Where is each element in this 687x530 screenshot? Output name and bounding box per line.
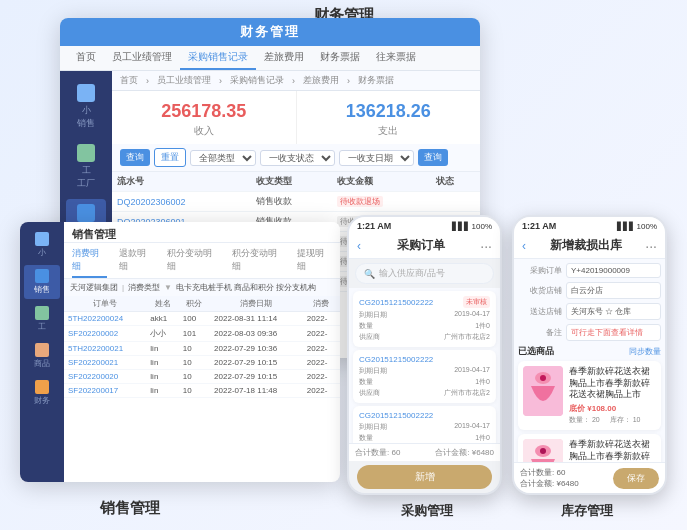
purchase-list-item[interactable]: CG20151215002222 到期日期 2019-04-17 数量 1件0 … bbox=[353, 406, 496, 443]
purchase-add-button[interactable]: 新增 bbox=[357, 465, 492, 489]
tab-points[interactable]: 积分变动明细 bbox=[167, 247, 220, 278]
more-icon[interactable]: ··· bbox=[645, 238, 657, 254]
tab-employee[interactable]: 员工业绩管理 bbox=[104, 46, 180, 70]
col-status: 状态 bbox=[431, 172, 480, 192]
tab-withdraw[interactable]: 提现明细 bbox=[297, 247, 332, 278]
store-row: 送达店铺 关河东号 ☆ 仓库 bbox=[518, 303, 661, 320]
expense-label: 支出 bbox=[305, 124, 473, 138]
sales-tabs: 消费明细 退款明细 积分变动明细 积分变动明细 提现明细 bbox=[64, 243, 340, 279]
col-id: 流水号 bbox=[112, 172, 251, 192]
finance-tabs[interactable]: 首页 员工业绩管理 采购销售记录 差旅费用 财务票据 往来票据 bbox=[60, 46, 480, 71]
purchase-nav: ‹ 采购订单 ··· bbox=[349, 233, 500, 259]
tab-consume[interactable]: 消费明细 bbox=[72, 247, 107, 278]
product-info-2: 春季新款碎花送衣裙胸品上市春季新款碎花送衣裙胸品上市 底价 ¥108.00 数量… bbox=[569, 439, 656, 462]
remark-row: 备注 可行走下面查看详情 bbox=[518, 324, 661, 341]
col-type: 收支类型 bbox=[251, 172, 332, 192]
sales-sidebar-goods[interactable]: 商品 bbox=[24, 339, 60, 373]
inventory-footer: 合计数量: 60 合计金额: ¥6480 保存 bbox=[514, 462, 665, 493]
save-button[interactable]: 保存 bbox=[613, 468, 659, 489]
sales-col-detail: 消费 bbox=[303, 296, 340, 312]
order-label: 采购订单 bbox=[518, 265, 562, 276]
svg-point-2 bbox=[540, 375, 546, 381]
purchase-list-item[interactable]: CG20151215002222 未审核 到期日期 2019-04-17 数量 … bbox=[353, 291, 496, 347]
warehouse-label: 收货店铺 bbox=[518, 285, 562, 296]
purchase-list: CG20151215002222 未审核 到期日期 2019-04-17 数量 … bbox=[349, 288, 500, 443]
purchase-footer: 合计数量: 60 合计金额: ¥6480 bbox=[349, 443, 500, 461]
sidebar-icon-factory[interactable]: 工工厂 bbox=[66, 139, 106, 195]
scene-wrapper: 财务管理 财务管理 首页 员工业绩管理 采购销售记录 差旅费用 财务票据 往来票… bbox=[0, 0, 687, 530]
inventory-title: 新增裁损出库 bbox=[532, 237, 639, 254]
tab-home[interactable]: 首页 bbox=[68, 46, 104, 70]
search-button[interactable]: 查询 bbox=[418, 149, 448, 166]
total-count: 合计数量: 60 bbox=[520, 467, 609, 478]
item-code: CG20151215002222 bbox=[359, 355, 433, 364]
products-header: 已选商品 同步数量 bbox=[518, 345, 661, 358]
sales-col-name: 姓名 bbox=[146, 296, 178, 312]
more-icon[interactable]: ··· bbox=[480, 238, 492, 254]
status-select[interactable]: 一收支状态 bbox=[260, 150, 335, 166]
query-button[interactable]: 查询 bbox=[120, 149, 150, 166]
product-card-1: 春季新款碎花送衣裙胸品上市春季新款碎花送衣裙胸品上市 底价 ¥108.00 数量… bbox=[518, 361, 661, 430]
desktop-app-title: 财务管理 bbox=[60, 18, 480, 46]
sales-table-row[interactable]: 5TH202200024 akk1 100 2022-08-31 11:14 2… bbox=[64, 312, 340, 326]
sales-col-qty: 积分 bbox=[179, 296, 210, 312]
warehouse-value[interactable]: 白云分店 bbox=[566, 282, 661, 299]
purchase-label: 采购管理 bbox=[401, 502, 453, 520]
sales-col-order: 订单号 bbox=[64, 296, 146, 312]
back-icon[interactable]: ‹ bbox=[522, 239, 526, 253]
product-card-2: 春季新款碎花送衣裙胸品上市春季新款碎花送衣裙胸品上市 底价 ¥108.00 数量… bbox=[518, 434, 661, 462]
sync-label[interactable]: 同步数量 bbox=[629, 346, 661, 357]
sales-main-area: 销售管理 消费明细 退款明细 积分变动明细 积分变动明细 提现明细 天河逻辑集团… bbox=[64, 222, 340, 482]
col-amount: 收支金额 bbox=[332, 172, 431, 192]
purchase-list-item[interactable]: CG20151215002222 到期日期 2019-04-17 数量 1件0 … bbox=[353, 350, 496, 403]
sales-table-row[interactable]: SF202200021 lin 10 2022-07-29 10:15 2022… bbox=[64, 356, 340, 370]
svg-point-5 bbox=[540, 448, 546, 454]
finance-metrics: 256178.35 收入 136218.26 支出 bbox=[112, 91, 480, 144]
order-value[interactable]: Y+42019000009 bbox=[566, 263, 661, 278]
inventory-phone-status: 1:21 AM ▋▋▋ 100% bbox=[514, 217, 665, 233]
finance-filter-bar: 查询 重置 全部类型 一收支状态 一收支日期 查询 bbox=[112, 144, 480, 172]
signal-icon: ▋▋▋ bbox=[452, 222, 470, 231]
reset-button[interactable]: 重置 bbox=[154, 148, 186, 167]
sales-sidebar-factory[interactable]: 工 bbox=[24, 302, 60, 336]
inventory-totals: 合计数量: 60 合计金额: ¥6480 bbox=[520, 467, 609, 489]
purchase-phone-status: 1:21 AM ▋▋▋ 100% bbox=[349, 217, 500, 233]
tab-records[interactable]: 采购销售记录 bbox=[180, 46, 256, 70]
sales-desktop-app: 小 销售 工 商品 财务 bbox=[20, 222, 340, 482]
inventory-time: 1:21 AM bbox=[522, 221, 556, 231]
product-name-1: 春季新款碎花送衣裙胸品上市春季新款碎花送衣裙胸品上市 bbox=[569, 366, 656, 401]
tab-dealings[interactable]: 往来票据 bbox=[368, 46, 424, 70]
tab-tickets[interactable]: 财务票据 bbox=[312, 46, 368, 70]
back-icon[interactable]: ‹ bbox=[357, 239, 361, 253]
sales-table-row[interactable]: SF202200002 小小 101 2022-08-03 09:36 2022… bbox=[64, 326, 340, 342]
tab-travel[interactable]: 差旅费用 bbox=[256, 46, 312, 70]
sales-table-row[interactable]: 5TH202200021 lin 10 2022-07-29 10:36 202… bbox=[64, 342, 340, 356]
sales-title: 销售管理 bbox=[64, 222, 340, 243]
sidebar-icon-sales[interactable]: 小销售 bbox=[66, 79, 106, 135]
inventory-form: 采购订单 Y+42019000009 收货店铺 白云分店 送达店铺 关河东号 ☆… bbox=[514, 259, 665, 462]
sales-table-row[interactable]: SF202200017 lin 10 2022-07-18 11:48 2022… bbox=[64, 384, 340, 398]
expense-box: 136218.26 支出 bbox=[297, 91, 481, 144]
sales-sidebar-sales[interactable]: 销售 bbox=[24, 265, 60, 299]
sales-sidebar-small[interactable]: 小 bbox=[24, 228, 60, 262]
purchase-search-bar[interactable]: 🔍 输入供应商/品号 bbox=[355, 263, 494, 284]
date-select[interactable]: 一收支日期 bbox=[339, 150, 414, 166]
sales-sidebar: 小 销售 工 商品 财务 bbox=[20, 222, 64, 482]
breadcrumb: 首页 › 员工业绩管理 › 采购销售记录 › 差旅费用 › 财务票据 bbox=[112, 71, 480, 91]
store-value[interactable]: 关河东号 ☆ 仓库 bbox=[566, 303, 661, 320]
type-select[interactable]: 全部类型 bbox=[190, 150, 256, 166]
item-code: CG20151215002222 bbox=[359, 298, 433, 307]
tab-points2[interactable]: 积分变动明细 bbox=[232, 247, 285, 278]
store-label: 送达店铺 bbox=[518, 306, 562, 317]
table-row[interactable]: DQ20202306002 销售收款 待收款退场 bbox=[112, 192, 480, 212]
purchase-time: 1:21 AM bbox=[357, 221, 391, 231]
signal-icon: ▋▋▋ bbox=[617, 222, 635, 231]
tab-refund[interactable]: 退款明细 bbox=[119, 247, 154, 278]
sales-table-row[interactable]: SF202200020 lin 10 2022-07-29 10:15 2022… bbox=[64, 370, 340, 384]
sales-sidebar-finance[interactable]: 财务 bbox=[24, 376, 60, 410]
income-label: 收入 bbox=[120, 124, 288, 138]
item-status: 未审核 bbox=[463, 296, 490, 308]
purchase-phone: 1:21 AM ▋▋▋ 100% ‹ 采购订单 ··· 🔍 输入供应商/品号 bbox=[347, 215, 502, 495]
product-info-1: 春季新款碎花送衣裙胸品上市春季新款碎花送衣裙胸品上市 底价 ¥108.00 数量… bbox=[569, 366, 656, 425]
remark-value[interactable]: 可行走下面查看详情 bbox=[566, 324, 661, 341]
